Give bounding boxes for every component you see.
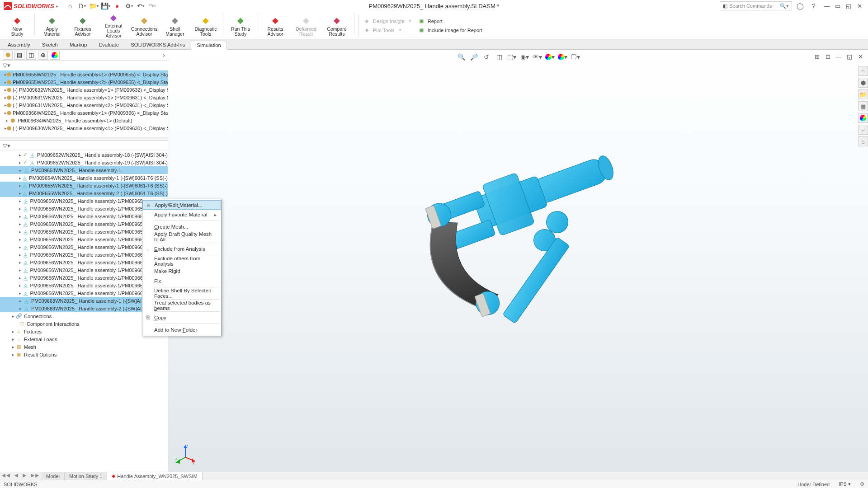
study-tree-item[interactable]: ▸◬PM009655WN2025_ Handle assembly-2 (-[S… [0,189,168,197]
search-commands-input[interactable]: ◧Search Commands 🔍▾ [720,1,792,10]
assembly-tree-item[interactable]: ▸⬢PM009366WN2025_ Handle assembly<1> (PM… [0,109,168,117]
ribbon-new-study[interactable]: ◆NewStudy [2,13,33,38]
tab-simulation[interactable]: Simulation [191,41,227,50]
ribbon-include-image-for-report[interactable]: ▣Include Image for Report [418,26,482,34]
graphics-viewport[interactable]: 🔍 🔎 ↺ ◫ ⬚▾ ◉▾ 👁▾ ▾ ▾ 🖵▾ ⊞ ⊡ — ◱ ✕ ⌂ ⬢ 📁 … [168,50,868,472]
study-tree-item[interactable]: ▸✓◬PM009652WN2025_ Handle assembly-19 (-… [0,159,168,166]
maximize-icon[interactable]: ◱ [844,2,854,10]
user-icon[interactable]: ◯ [795,1,806,10]
view-close-icon[interactable]: ✕ [855,52,865,61]
ctx-create-mesh-[interactable]: Create Mesh... [142,222,221,232]
tree-filter[interactable]: ▽▾ [0,61,168,70]
assembly-tree-item[interactable]: ▸⬢(-) PM009630WN2025_ Handle assembly<1>… [0,124,168,132]
view-maximize-icon[interactable]: ◱ [844,52,854,61]
ribbon-results-advisor[interactable]: ◆ResultsAdvisor [260,13,291,38]
assembly-tree-item[interactable]: ▸⬢(-) PM009631WN2025_ Handle assembly<2>… [0,101,168,109]
study-tree-item[interactable]: ▸◬PM009654WN2025_ Handle assembly-1 (-[S… [0,174,168,182]
tab-sketch[interactable]: Sketch [36,40,64,49]
property-tab-icon[interactable]: ▤ [14,51,24,60]
study-tree-mesh[interactable]: ▸▦Mesh [0,343,168,351]
appearances-icon[interactable] [858,113,868,123]
sw-resources-icon[interactable]: ⌂ [858,66,868,76]
panel-splitter[interactable]: ⋯ [0,137,168,141]
tab-nav-first-icon[interactable]: ⯇⯇ [0,474,13,479]
status-gear-icon[interactable]: ⚙ [860,481,864,487]
ctx-make-rigid[interactable]: Make Rigid [142,266,221,276]
view-tile-icon[interactable]: ⊡ [823,52,833,61]
bottom-tab-handle-assembly-wn-swsim[interactable]: ◆ Handle Assembly_WN2025_SWSIM [107,472,202,480]
ribbon-compare-results[interactable]: ◆CompareResults [321,13,352,38]
view-minimize-icon[interactable]: — [834,52,844,61]
ribbon-report[interactable]: ▣Report [418,17,482,25]
ctx-add-to-new-folder[interactable]: Add to New Folder [142,325,221,335]
ctx-exclude-others-from-analysis[interactable]: Exclude others from Analysis [142,256,221,266]
feature-tree-tab-icon[interactable]: ⬢ [3,51,13,60]
restore-icon[interactable]: ▭ [833,2,843,10]
assembly-tree-item[interactable]: ▸⬢(-) PM009632WN2025_ Handle assembly<1>… [0,86,168,94]
ctx-define-shell-by-selected-faces-[interactable]: Define Shell By Selected Faces... [142,288,221,298]
close-icon[interactable]: ✕ [854,2,864,10]
ribbon-run-this-study[interactable]: ◆Run ThisStudy [225,13,256,38]
study-tree-item[interactable]: ▸✓◬PM009652WN2025_ Handle assembly-18 (-… [0,151,168,159]
edit-appearance-icon[interactable]: ▾ [544,52,555,61]
help-icon[interactable]: ? [808,1,819,10]
view-orient-icon[interactable]: ⬚▾ [506,52,517,61]
save-icon[interactable]: 💾▾ [100,1,111,10]
ctx-exclude-from-analysis[interactable]: ↓Exclude from Analysis [142,244,221,254]
forum-icon[interactable]: ⌂ [858,136,868,146]
section-view-icon[interactable]: ◫ [494,52,505,61]
reference-triad[interactable]: Y X Z [175,445,195,465]
ribbon-apply-material[interactable]: ◆ApplyMaterial [37,13,67,38]
view-settings-icon[interactable]: 🖵▾ [570,52,580,61]
study-tree-external-loads[interactable]: ▸↓External Loads [0,335,168,343]
new-icon[interactable]: 🗋▾ [76,1,87,10]
custom-props-icon[interactable]: ≡ [858,125,868,135]
appearance-tab-icon[interactable] [50,51,60,60]
assembly-tree-item[interactable]: ▸⬢PM009655WN2025_ Handle assembly<2> (PM… [0,78,168,86]
view-new-window-icon[interactable]: ⊞ [812,52,822,61]
print-icon[interactable]: ● [112,1,123,10]
home-icon[interactable]: ⌂ [65,1,75,10]
prev-view-icon[interactable]: ↺ [481,52,492,61]
ctx-apply-favorite-material[interactable]: Apply Favorite Material▸ [142,210,221,220]
study-tree-item[interactable]: ▸◬PM009653WN2025_ Handle assembly-1 [0,166,168,174]
redo-icon[interactable]: ↷▾ [147,1,158,10]
minimize-icon[interactable]: — [822,2,832,10]
assembly-tree-item[interactable]: ▸⬢(-) PM009631WN2025_ Handle assembly<1>… [0,94,168,101]
ribbon-fixtures-advisor[interactable]: ◆FixturesAdvisor [67,13,98,38]
hide-show-icon[interactable]: 👁▾ [532,52,542,61]
tab-assembly[interactable]: Assembly [2,40,36,49]
view-palette-icon[interactable]: ▦ [858,101,868,111]
study-tree-filter[interactable]: ▽▾ [0,141,168,151]
status-units[interactable]: IPS ▾ [839,481,851,487]
ribbon-external-loads-advisor[interactable]: ◆External LoadsAdvisor [98,13,129,38]
ctx-copy[interactable]: ⎘Copy [142,313,221,323]
options-icon[interactable]: ⚙▾ [123,1,134,10]
tab-solidworks-add-ins[interactable]: SOLIDWORKS Add-Ins [125,40,191,49]
bottom-tab-model[interactable]: Model [42,472,65,480]
config-tab-icon[interactable]: ◫ [26,51,36,60]
study-tree-result-options[interactable]: ▸▣Result Options [0,351,168,358]
zoom-area-icon[interactable]: 🔎 [468,52,479,61]
zoom-fit-icon[interactable]: 🔍 [456,52,467,61]
ctx-treat-selected-bodies-as-beams[interactable]: Treat selected bodies as beams [142,300,221,310]
tab-evaluate[interactable]: Evaluate [93,40,125,49]
bottom-tab-motion-study-[interactable]: Motion Study 1 [65,472,107,480]
design-library-icon[interactable]: ⬢ [858,78,868,88]
undo-icon[interactable]: ↶▾ [135,1,146,10]
study-tree-item[interactable]: ▸◬PM009655WN2025_ Handle assembly-1 (-[S… [0,182,168,189]
open-icon[interactable]: 📁▾ [88,1,99,10]
tab-nav-next-icon[interactable]: ⯈ [21,474,29,479]
ctx-fix[interactable]: Fix [142,276,221,286]
tab-markup[interactable]: Markup [64,40,93,49]
expand-panel-icon[interactable]: › [163,52,168,59]
assembly-tree[interactable]: ▸⬢PM009655WN2025_ Handle assembly<1> (PM… [0,70,168,137]
assembly-tree-item[interactable]: ▸⬢PM009634WN2025_ Handle assembly<1> (De… [0,117,168,124]
ctx-apply-edit-material-[interactable]: ≡Apply/Edit Material... [142,200,221,210]
tab-nav-prev-icon[interactable]: ⯇ [13,474,21,479]
ribbon-connections-advisor[interactable]: ◆ConnectionsAdvisor [129,13,160,38]
apply-scene-icon[interactable]: ▾ [557,52,568,61]
display-tab-icon[interactable]: ⊕ [38,51,48,60]
ribbon-shell-manager[interactable]: ◆ShellManager [160,13,190,38]
ribbon-diagnostic-tools[interactable]: ◆DiagnosticTools [190,13,221,38]
